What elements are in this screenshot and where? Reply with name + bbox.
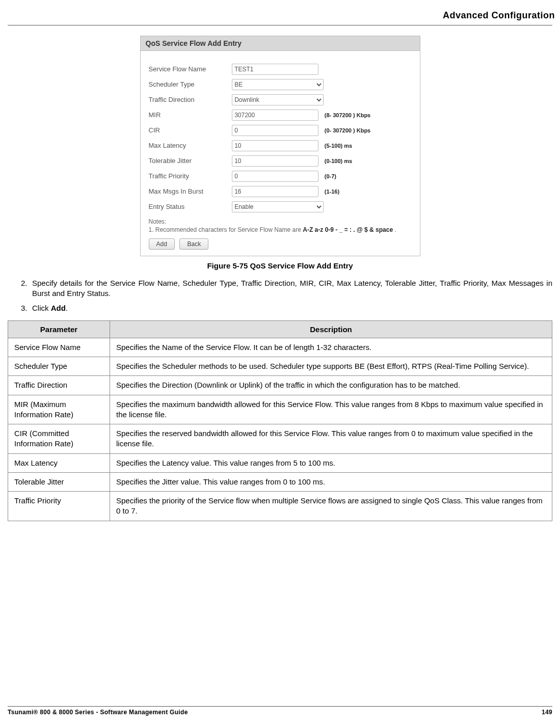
cell-param: Service Flow Name (8, 338, 110, 357)
cell-param: Traffic Priority (8, 492, 110, 521)
input-max-msgs-in-burst[interactable] (232, 186, 318, 197)
panel-title: QoS Service Flow Add Entry (141, 36, 420, 51)
cell-desc: Specifies the Latency value. This value … (110, 453, 552, 472)
footer-rule (8, 706, 552, 707)
notes-label: Notes: (149, 218, 412, 225)
step-3-prefix: Click (32, 304, 51, 312)
hint-max-msgs-in-burst: (1-16) (325, 184, 339, 199)
table-row: Traffic DirectionSpecifies the Direction… (8, 376, 552, 395)
input-mir[interactable] (232, 110, 318, 121)
cell-param: MIR (Maximum Information Rate) (8, 395, 110, 424)
cell-desc: Specifies the reserved bandwidth allowed… (110, 424, 552, 454)
input-tolerable-jitter[interactable] (232, 155, 318, 167)
notes-suffix: . (393, 226, 396, 233)
th-parameter: Parameter (8, 320, 110, 338)
footer-left: Tsunami® 800 & 8000 Series - Software Ma… (8, 709, 188, 716)
hint-max-latency: (5-100) ms (325, 138, 352, 153)
hint-cir: (0- 307200 ) Kbps (325, 123, 370, 138)
cell-param: Tolerable Jitter (8, 472, 110, 491)
select-entry-status[interactable]: Enable (232, 201, 324, 212)
cell-param: Max Latency (8, 453, 110, 472)
back-button[interactable]: Back (179, 238, 208, 250)
footer-page-number: 149 (542, 709, 552, 716)
label-max-latency: Max Latency (149, 138, 230, 153)
hint-tolerable-jitter: (0-100) ms (325, 153, 352, 169)
parameter-table: Parameter Description Service Flow NameS… (8, 320, 552, 521)
notes-param: Service Flow Name (237, 226, 290, 233)
cell-desc: Specifies the priority of the Service fl… (110, 492, 552, 521)
table-row: Service Flow NameSpecifies the Name of t… (8, 338, 552, 357)
notes-bold: A-Z a-z 0-9 - _ = : . @ $ & space (303, 226, 393, 233)
step-3-bold: Add (51, 304, 66, 312)
input-cir[interactable] (232, 125, 318, 136)
page-header-title: Advanced Configuration (0, 10, 560, 25)
label-entry-status: Entry Status (149, 199, 230, 214)
th-description: Description (110, 320, 552, 338)
notes-mid: are (290, 226, 303, 233)
notes-prefix: 1. Recommended characters for (149, 226, 238, 233)
cell-param: CIR (Committed Information Rate) (8, 424, 110, 454)
input-max-latency[interactable] (232, 140, 318, 151)
page-footer: Tsunami® 800 & 8000 Series - Software Ma… (8, 702, 552, 716)
cell-desc: Specifies the Scheduler methods to be us… (110, 357, 552, 376)
header-rule (8, 25, 552, 25)
input-traffic-priority[interactable] (232, 171, 318, 182)
table-row: Tolerable JitterSpecifies the Jitter val… (8, 472, 552, 491)
cell-desc: Specifies the maximum bandwidth allowed … (110, 395, 552, 424)
label-traffic-priority: Traffic Priority (149, 169, 230, 184)
select-scheduler-type[interactable]: BE (232, 79, 324, 90)
label-max-msgs-in-burst: Max Msgs In Burst (149, 184, 230, 199)
label-service-flow-name: Service Flow Name (149, 62, 230, 77)
hint-mir: (8- 307200 ) Kbps (325, 107, 370, 123)
label-mir: MIR (149, 107, 230, 123)
step-2: 2.Specify details for the Service Flow N… (8, 278, 552, 299)
qos-add-entry-panel: QoS Service Flow Add Entry Service Flow … (140, 36, 420, 256)
hint-traffic-priority: (0-7) (325, 169, 336, 184)
cell-param: Traffic Direction (8, 376, 110, 395)
cell-desc: Specifies the Direction (Downlink or Upl… (110, 376, 552, 395)
label-tolerable-jitter: Tolerable Jitter (149, 153, 230, 169)
table-row: Scheduler TypeSpecifies the Scheduler me… (8, 357, 552, 376)
table-row: MIR (Maximum Information Rate)Specifies … (8, 395, 552, 424)
step-3: 3.Click Add. (8, 303, 552, 313)
step-2-num: 2. (21, 278, 32, 288)
label-traffic-direction: Traffic Direction (149, 92, 230, 107)
figure-caption: Figure 5-75 QoS Service Flow Add Entry (0, 261, 560, 270)
notes-text: 1. Recommended characters for Service Fl… (149, 225, 412, 234)
table-row: CIR (Committed Information Rate)Specifie… (8, 424, 552, 454)
table-row: Traffic PrioritySpecifies the priority o… (8, 492, 552, 521)
add-button[interactable]: Add (149, 238, 175, 250)
input-service-flow-name[interactable] (232, 64, 318, 75)
select-traffic-direction[interactable]: Downlink (232, 94, 324, 105)
step-3-num: 3. (21, 303, 32, 313)
table-row: Max LatencySpecifies the Latency value. … (8, 453, 552, 472)
cell-desc: Specifies the Name of the Service Flow. … (110, 338, 552, 357)
step-3-suffix: . (66, 304, 68, 312)
cell-param: Scheduler Type (8, 357, 110, 376)
step-2-text: Specify details for the Service Flow Nam… (32, 279, 552, 298)
label-cir: CIR (149, 123, 230, 138)
cell-desc: Specifies the Jitter value. This value r… (110, 472, 552, 491)
label-scheduler-type: Scheduler Type (149, 77, 230, 92)
